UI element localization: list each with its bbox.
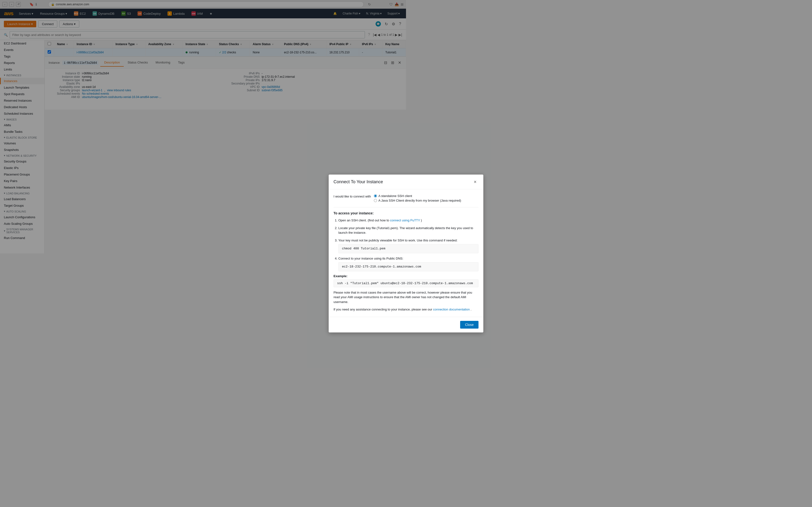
modal-header: Connect To Your Instance × <box>329 175 406 189</box>
chmod-command: chmod 400 Tutorial1.pem <box>338 244 406 253</box>
connect-modal: Connect To Your Instance × I would like … <box>329 175 406 253</box>
putty-link[interactable]: connect using PuTTY <box>390 219 406 222</box>
modal-body: I would like to connect with A standalon… <box>329 189 406 253</box>
step-1: Open an SSH client. (find out how to con… <box>338 218 406 223</box>
step-2: Locate your private key file (Tutorial1.… <box>338 226 406 235</box>
radio-java-label: A Java SSH Client directly from my brows… <box>378 199 406 202</box>
radio-ssh-label: A standalone SSH client <box>378 194 406 198</box>
step-3: Your key must not be publicly viewable f… <box>338 238 406 253</box>
connect-with-label: I would like to connect with <box>334 194 371 198</box>
radio-ssh[interactable] <box>374 194 377 198</box>
modal-overlay[interactable]: Connect To Your Instance × I would like … <box>0 0 406 253</box>
radio-java[interactable] <box>374 199 377 202</box>
steps-list: Open an SSH client. (find out how to con… <box>334 218 406 253</box>
modal-title: Connect To Your Instance <box>334 179 383 184</box>
radio-ssh-option[interactable]: A standalone SSH client <box>374 194 406 198</box>
connect-option-row: I would like to connect with A standalon… <box>334 194 406 203</box>
radio-options: A standalone SSH client A Java SSH Clien… <box>374 194 406 203</box>
access-title: To access your instance: <box>334 211 406 215</box>
step1-prefix: Open an SSH client. (find out how to <box>338 219 390 222</box>
radio-java-option[interactable]: A Java SSH Client directly from my brows… <box>374 199 406 202</box>
